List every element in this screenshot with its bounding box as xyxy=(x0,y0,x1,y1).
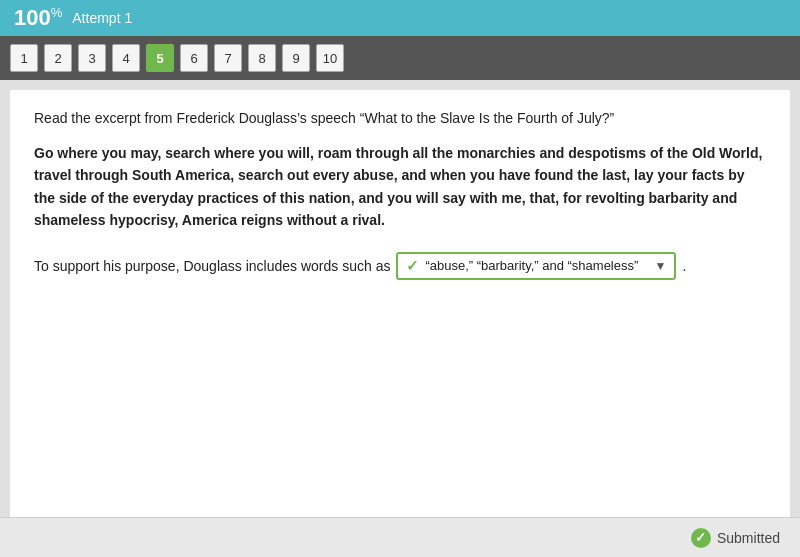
main-content: Read the excerpt from Frederick Douglass… xyxy=(10,90,790,520)
score-symbol: % xyxy=(51,5,63,20)
question-suffix: . xyxy=(682,258,686,274)
nav-button-1[interactable]: 1 xyxy=(10,44,38,72)
submitted-badge: ✓ Submitted xyxy=(691,528,780,548)
question-prefix: To support his purpose, Douglass include… xyxy=(34,258,390,274)
passage-bold: Go where you may, search where you will,… xyxy=(34,145,762,228)
nav-button-4[interactable]: 4 xyxy=(112,44,140,72)
nav-button-8[interactable]: 8 xyxy=(248,44,276,72)
score-value: 100 xyxy=(14,5,51,30)
question-nav-bar: 12345678910 xyxy=(0,36,800,80)
footer-bar: ✓ Submitted xyxy=(0,517,800,557)
nav-button-6[interactable]: 6 xyxy=(180,44,208,72)
nav-button-3[interactable]: 3 xyxy=(78,44,106,72)
prompt-text: Read the excerpt from Frederick Douglass… xyxy=(34,110,766,126)
dropdown-value: “abuse,” “barbarity,” and “shameless” xyxy=(425,258,638,273)
score-display: 100% xyxy=(14,5,62,31)
attempt-label: Attempt 1 xyxy=(72,10,132,26)
submitted-label: Submitted xyxy=(717,530,780,546)
nav-button-2[interactable]: 2 xyxy=(44,44,72,72)
nav-button-9[interactable]: 9 xyxy=(282,44,310,72)
checkmark-icon: ✓ xyxy=(406,257,419,275)
answer-dropdown[interactable]: ✓ “abuse,” “barbarity,” and “shameless” … xyxy=(396,252,676,280)
nav-button-5[interactable]: 5 xyxy=(146,44,174,72)
question-row: To support his purpose, Douglass include… xyxy=(34,252,766,280)
passage-text: Go where you may, search where you will,… xyxy=(34,142,766,232)
submitted-icon: ✓ xyxy=(691,528,711,548)
chevron-down-icon: ▼ xyxy=(655,259,667,273)
nav-button-7[interactable]: 7 xyxy=(214,44,242,72)
nav-button-10[interactable]: 10 xyxy=(316,44,344,72)
header-bar: 100% Attempt 1 xyxy=(0,0,800,36)
